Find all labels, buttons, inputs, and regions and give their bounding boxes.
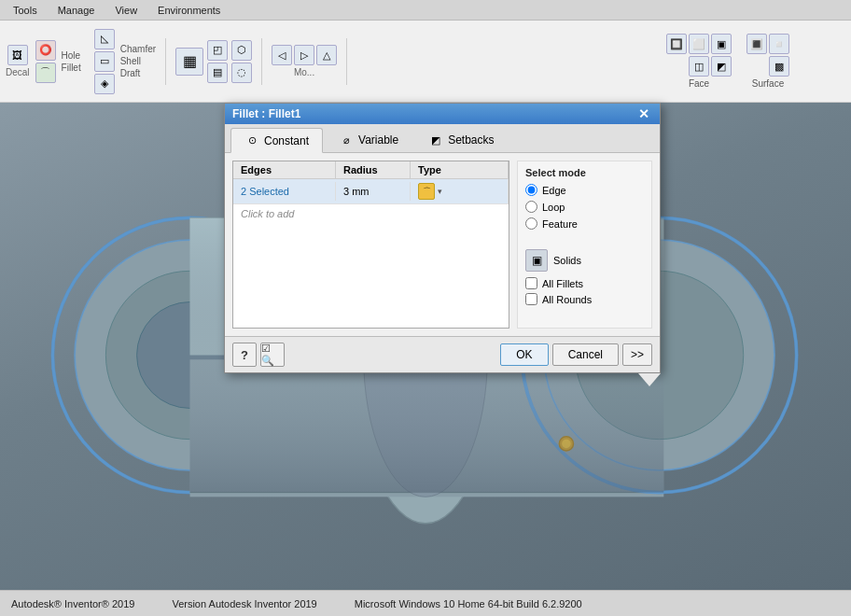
toolbar-icon-8[interactable]: △ (316, 45, 337, 65)
toolbar-sep-2 (261, 38, 262, 85)
sm-divider (525, 234, 644, 242)
toolbar-icon-5[interactable]: ◌ (231, 63, 252, 83)
decal-button[interactable]: 🖼 (7, 45, 28, 65)
setbacks-tab-label: Setbacks (448, 133, 494, 147)
chamfer-label: Chamfer (120, 44, 156, 54)
select-mode-panel: Select mode Edge Loop Feature ▣ Solids (517, 161, 652, 329)
tab-constant[interactable]: ⊙ Constant (230, 128, 323, 153)
type-dropdown-arrow[interactable]: ▾ (438, 187, 442, 196)
surface-sub-1[interactable]: ◽ (769, 34, 789, 54)
statusbar-version: Version Autodesk Inventor 2019 (172, 598, 316, 609)
dialog-arrow (638, 373, 661, 386)
variable-tab-icon: ⌀ (339, 133, 354, 147)
decal-label: Decal (6, 65, 30, 77)
tab-environments[interactable]: Environments (148, 3, 230, 18)
check-symbol: ☑ 🔍 (261, 343, 284, 367)
all-fillets-checkbox[interactable] (525, 277, 537, 289)
type-cell[interactable]: ⌒ ▾ (411, 179, 509, 203)
header-type: Type (411, 161, 509, 178)
toolbar-icon-1[interactable]: ▦ (175, 48, 203, 76)
statusbar-app: Autodesk® Inventor® 2019 (11, 598, 134, 609)
face-sub-4[interactable]: ◩ (711, 56, 732, 77)
tab-setbacks[interactable]: ◩ Setbacks (414, 128, 508, 152)
face-sub-1[interactable]: ⬜ (689, 34, 709, 54)
constant-tab-icon: ⊙ (244, 133, 259, 148)
fillet-dialog-overlay: Fillet : Fillet1 ✕ ⊙ Constant ⌀ Variable… (224, 103, 661, 386)
constant-tab-label: Constant (264, 134, 309, 147)
expand-button[interactable]: >> (622, 343, 652, 366)
solids-icon: ▣ (525, 249, 548, 272)
toolbar-icon-4[interactable]: ⬡ (231, 40, 252, 61)
tab-manage[interactable]: Manage (49, 3, 105, 18)
select-mode-feature[interactable]: Feature (525, 217, 644, 230)
face-icon[interactable]: 🔲 (666, 34, 687, 54)
help-button[interactable]: ? (232, 343, 257, 367)
feature-radio[interactable] (525, 217, 537, 230)
dialog-tab-bar: ⊙ Constant ⌀ Variable ◩ Setbacks (225, 124, 660, 153)
statusbar: Autodesk® Inventor® 2019 Version Autodes… (0, 590, 851, 616)
draft-button[interactable]: ◈ (94, 74, 115, 94)
tab-tools[interactable]: Tools (4, 3, 47, 18)
fillet-dialog: Fillet : Fillet1 ✕ ⊙ Constant ⌀ Variable… (224, 103, 661, 373)
tab-view[interactable]: View (105, 3, 146, 18)
table-row[interactable]: 2 Selected 3 mm ⌒ ▾ (233, 179, 509, 204)
edge-label: Edge (542, 185, 566, 196)
chamfer-button[interactable]: ◺ (94, 29, 115, 49)
dialog-close-button[interactable]: ✕ (635, 107, 652, 120)
edge-radio[interactable] (525, 184, 537, 196)
shell-button[interactable]: ▭ (94, 51, 115, 72)
loop-radio[interactable] (525, 201, 537, 213)
face-sub-3[interactable]: ▣ (711, 34, 732, 54)
all-rounds-checkbox[interactable] (525, 293, 537, 305)
dialog-buttons: ? ☑ 🔍 OK Cancel >> (225, 336, 660, 372)
toolbar-icon-2[interactable]: ◰ (207, 40, 228, 61)
shell-label: Shell (120, 56, 156, 66)
header-edges: Edges (233, 161, 336, 178)
toolbar-sep-1 (165, 38, 166, 85)
radius-cell[interactable]: 3 mm (336, 182, 411, 201)
toolbar-sep-3 (346, 38, 347, 85)
modify-label: Mo... (294, 67, 314, 77)
toolbar-icon-3[interactable]: ▤ (207, 63, 228, 83)
feature-label: Feature (542, 218, 578, 230)
setbacks-tab-icon: ◩ (428, 133, 443, 147)
toolbar-icon-6[interactable]: ◁ (272, 45, 292, 65)
check-icon-button[interactable]: ☑ 🔍 (260, 343, 285, 367)
hole-label: Hole (62, 50, 81, 61)
all-rounds-label: All Rounds (542, 294, 592, 305)
loop-label: Loop (542, 202, 565, 213)
select-mode-loop[interactable]: Loop (525, 201, 644, 213)
variable-tab-label: Variable (358, 133, 398, 147)
surface-sub-2[interactable]: ▩ (769, 56, 789, 77)
table-header: Edges Radius Type (233, 161, 509, 179)
cancel-button[interactable]: Cancel (552, 343, 619, 366)
select-mode-edge[interactable]: Edge (525, 184, 644, 196)
all-fillets-label: All Fillets (542, 278, 583, 289)
solids-row: ▣ Solids (525, 249, 644, 272)
dialog-body: Edges Radius Type 2 Selected 3 mm ⌒ ▾ Cl… (225, 153, 660, 336)
dialog-titlebar: Fillet : Fillet1 ✕ (225, 104, 660, 124)
edges-cell[interactable]: 2 Selected (233, 182, 336, 201)
surface-icon-1[interactable]: 🔳 (746, 34, 767, 54)
dialog-title: Fillet : Fillet1 (232, 107, 300, 120)
face-sub-2[interactable]: ◫ (689, 56, 709, 77)
toolbar-main-row: 🖼 Decal ⭕ ⌒ Hole Fillet ◺ ▭ ◈ Chamfer Sh… (0, 21, 851, 102)
all-rounds-row[interactable]: All Rounds (525, 293, 644, 305)
fillet-button[interactable]: ⌒ (35, 63, 56, 83)
toolbar-tab-bar: Tools Manage View Environments (0, 0, 851, 21)
surface-label: Surface (752, 78, 784, 89)
toolbar-icon-7[interactable]: ▷ (294, 45, 314, 65)
select-mode-title: Select mode (525, 167, 644, 178)
statusbar-os: Microsoft Windows 10 Home 64-bit Build 6… (355, 598, 582, 609)
tab-variable[interactable]: ⌀ Variable (325, 128, 412, 152)
solids-label: Solids (553, 255, 581, 266)
ok-button[interactable]: OK (500, 343, 548, 366)
click-to-add[interactable]: Click to add (233, 204, 509, 223)
decal-tool-group: 🖼 Decal (6, 45, 30, 77)
fillet-edges-table: Edges Radius Type 2 Selected 3 mm ⌒ ▾ Cl… (232, 161, 509, 329)
all-fillets-row[interactable]: All Fillets (525, 277, 644, 289)
face-label: Face (689, 78, 709, 89)
header-radius: Radius (336, 161, 411, 178)
toolbar: Tools Manage View Environments 🖼 Decal ⭕… (0, 0, 851, 103)
hole-button[interactable]: ⭕ (35, 40, 56, 61)
